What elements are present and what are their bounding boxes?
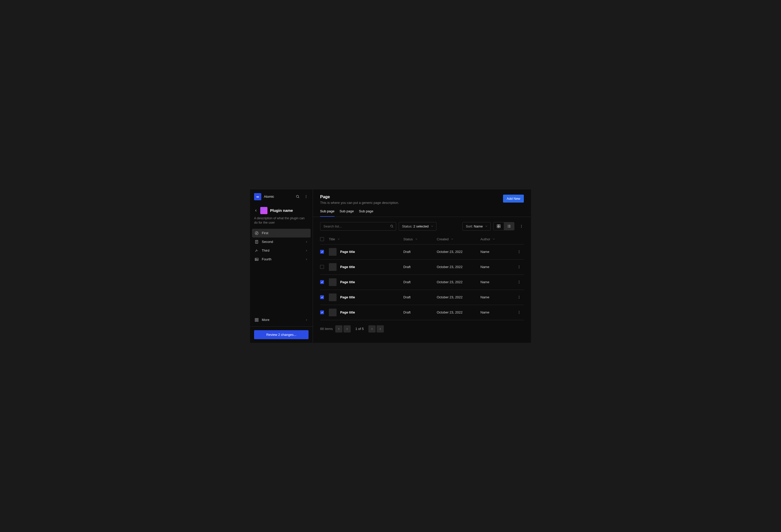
chevron-down-icon bbox=[415, 237, 418, 240]
svg-point-45 bbox=[519, 312, 520, 313]
tab-0[interactable]: Sub page bbox=[320, 209, 334, 217]
table-row: Page titleDraftOctober 23, 2022Name bbox=[320, 245, 524, 260]
page-header: Page This is where you can put a generic… bbox=[313, 189, 531, 205]
chevron-left-icon bbox=[345, 327, 348, 330]
svg-point-39 bbox=[519, 282, 520, 282]
svg-rect-22 bbox=[499, 226, 500, 228]
row-author: Name bbox=[481, 310, 511, 314]
plugin-header: Plugin name bbox=[250, 204, 313, 216]
svg-point-41 bbox=[519, 296, 520, 296]
nav-item-label: Fourth bbox=[262, 257, 272, 261]
row-status: Draft bbox=[403, 310, 437, 314]
brand-name: Atomic bbox=[264, 194, 274, 198]
total-items-label: 88 items bbox=[320, 327, 333, 331]
svg-point-46 bbox=[519, 313, 520, 314]
compass-icon bbox=[255, 231, 259, 235]
next-page-button[interactable] bbox=[368, 325, 376, 332]
select-all-checkbox[interactable] bbox=[320, 237, 324, 241]
row-created: October 23, 2022 bbox=[437, 265, 481, 269]
sidebar-search-button[interactable] bbox=[295, 194, 300, 199]
sort-prefix: Sort: bbox=[466, 224, 474, 228]
row-status: Draft bbox=[403, 265, 437, 269]
column-status[interactable]: Status bbox=[403, 237, 437, 241]
row-checkbox[interactable] bbox=[320, 250, 324, 254]
page-description: This is where you can put a generic page… bbox=[320, 201, 399, 205]
row-more-button[interactable] bbox=[517, 249, 522, 254]
toolbar-more-button[interactable] bbox=[519, 224, 524, 229]
sidebar-more-item[interactable]: More bbox=[252, 316, 311, 324]
column-title[interactable]: Title bbox=[329, 237, 403, 241]
nav-list: FirstSecondThirdFourth bbox=[250, 229, 313, 264]
row-more-button[interactable] bbox=[517, 310, 522, 315]
chevron-right-icon bbox=[305, 249, 308, 252]
table-row: Page titleDraftOctober 23, 2022Name bbox=[320, 290, 524, 305]
row-checkbox[interactable] bbox=[320, 310, 324, 314]
svg-rect-14 bbox=[257, 318, 258, 320]
svg-point-37 bbox=[519, 268, 520, 268]
status-filter[interactable]: Status: 2 selected bbox=[399, 222, 437, 231]
svg-point-2 bbox=[306, 195, 306, 196]
nav-item-second[interactable]: Second bbox=[252, 237, 311, 246]
list-view-button[interactable] bbox=[504, 222, 514, 230]
tab-1[interactable]: Sub page bbox=[340, 209, 354, 217]
more-vertical-icon bbox=[517, 295, 521, 299]
image-icon bbox=[255, 257, 259, 261]
filter-prefix: Status: bbox=[402, 224, 413, 228]
svg-point-36 bbox=[519, 267, 520, 267]
svg-point-12 bbox=[256, 259, 256, 259]
row-checkbox[interactable] bbox=[320, 295, 324, 299]
add-new-button[interactable]: Add New bbox=[503, 194, 524, 203]
nav-item-fourth[interactable]: Fourth bbox=[252, 255, 311, 264]
row-author: Name bbox=[481, 250, 511, 254]
row-thumbnail bbox=[329, 294, 336, 301]
grid-icon bbox=[255, 318, 259, 322]
table-row: Page titleDraftOctober 23, 2022Name bbox=[320, 305, 524, 320]
chevron-right-icon bbox=[305, 258, 308, 261]
svg-point-0 bbox=[296, 195, 299, 198]
tab-2[interactable]: Sub page bbox=[359, 209, 373, 217]
prev-page-button[interactable] bbox=[343, 325, 351, 332]
grid-view-icon bbox=[497, 224, 501, 228]
svg-rect-19 bbox=[497, 225, 498, 226]
table-row: Page titleDraftOctober 23, 2022Name bbox=[320, 260, 524, 275]
sort-dropdown[interactable]: Sort: Name bbox=[462, 222, 491, 231]
search-icon bbox=[390, 224, 394, 228]
chevron-first-icon bbox=[337, 327, 340, 330]
first-page-button[interactable] bbox=[335, 325, 342, 332]
last-page-button[interactable] bbox=[377, 325, 384, 332]
column-created[interactable]: Created bbox=[437, 237, 481, 241]
svg-line-18 bbox=[393, 227, 393, 228]
grid-view-button[interactable] bbox=[494, 222, 504, 230]
row-more-button[interactable] bbox=[517, 264, 522, 269]
chevron-down-icon bbox=[337, 237, 340, 240]
nav-item-first[interactable]: First bbox=[252, 229, 311, 237]
data-table: Title Status Created Author Page titleDr… bbox=[313, 236, 531, 320]
more-vertical-icon bbox=[517, 250, 521, 254]
review-changes-button[interactable]: Review 2 changes... bbox=[254, 330, 309, 339]
column-author[interactable]: Author bbox=[481, 237, 511, 241]
nav-item-label: First bbox=[262, 231, 268, 235]
row-created: October 23, 2022 bbox=[437, 280, 481, 284]
svg-point-29 bbox=[521, 225, 522, 225]
nav-item-third[interactable]: Third bbox=[252, 246, 311, 255]
svg-rect-21 bbox=[497, 226, 498, 228]
more-vertical-icon bbox=[517, 265, 521, 269]
row-created: October 23, 2022 bbox=[437, 250, 481, 254]
row-checkbox[interactable] bbox=[320, 265, 324, 269]
back-button[interactable] bbox=[254, 209, 258, 212]
svg-marker-6 bbox=[256, 233, 257, 234]
filter-value: 2 selected bbox=[413, 224, 428, 228]
chevron-down-icon bbox=[485, 225, 488, 228]
chevron-down-icon bbox=[430, 225, 434, 228]
column-created-label: Created bbox=[437, 237, 449, 241]
sidebar-more-label: More bbox=[262, 318, 270, 322]
row-checkbox[interactable] bbox=[320, 280, 324, 284]
sidebar-more-button[interactable] bbox=[304, 194, 309, 199]
search-input[interactable] bbox=[320, 222, 396, 231]
chevron-left-icon bbox=[254, 209, 258, 212]
row-more-button[interactable] bbox=[517, 280, 522, 284]
main-content: Page This is where you can put a generic… bbox=[313, 189, 531, 343]
sidebar: ∞ Atomic Plugin name A description of wh… bbox=[250, 189, 313, 343]
table-row: Page titleDraftOctober 23, 2022Name bbox=[320, 275, 524, 290]
row-more-button[interactable] bbox=[517, 295, 522, 300]
